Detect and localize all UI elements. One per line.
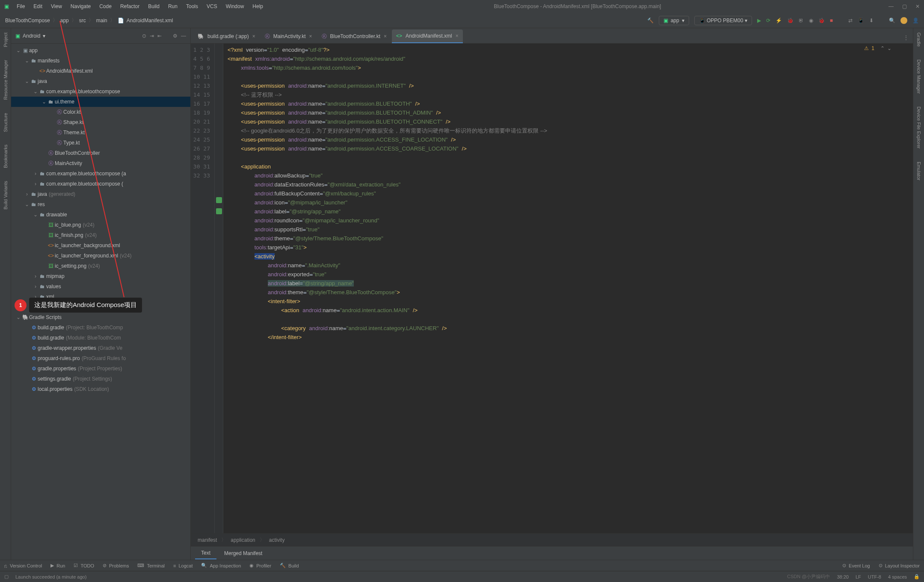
user-icon[interactable]: 👤	[912, 18, 919, 24]
ide-update-icon[interactable]	[900, 17, 907, 24]
chevron-down-icon[interactable]: ⌄	[41, 99, 47, 105]
menu-refactor[interactable]: Refactor	[117, 2, 143, 11]
menu-vcs[interactable]: VCS	[203, 2, 221, 11]
run-gutter-icon[interactable]	[216, 208, 222, 214]
menu-build[interactable]: Build	[145, 2, 163, 11]
tab-menu-icon[interactable]: ⋮	[899, 32, 913, 43]
close-tab-icon[interactable]: ×	[309, 33, 312, 39]
tree-node[interactable]: ⚙ gradle.properties(Project Properties)	[11, 363, 190, 374]
tool-tab-structure[interactable]: Structure	[3, 113, 8, 132]
coverage-icon[interactable]: ⛨	[799, 18, 804, 24]
chevron-right-icon[interactable]: ›	[33, 181, 38, 187]
tree-node[interactable]: Ⓚ Color.kt	[11, 107, 190, 117]
bottom-tool-build[interactable]: 🔨Build	[280, 563, 299, 568]
stop-icon[interactable]: ■	[830, 18, 833, 24]
tree-node[interactable]: ⌄▣ app	[11, 45, 190, 56]
chevron-right-icon[interactable]: ›	[33, 273, 38, 279]
chevron-down-icon[interactable]: ⌄	[15, 47, 21, 53]
tree-node[interactable]: ›🖿 values	[11, 281, 190, 292]
breadcrumb-item[interactable]: BlueToothCompose	[5, 18, 50, 24]
editor-tab[interactable]: <>AndroidManifest.xml×	[392, 30, 463, 43]
chevron-down-icon[interactable]: ⌄	[24, 78, 30, 84]
editor-tab[interactable]: ⓀMainActivity.kt×	[261, 30, 317, 43]
tree-node[interactable]: Ⓚ MainActivity	[11, 158, 190, 168]
tree-node[interactable]: ⚙ build.gradle(Module: BlueToothCom	[11, 333, 190, 343]
tool-window-toggle-icon[interactable]: ▢	[4, 574, 9, 579]
tool-tab-emulator[interactable]: Emulator	[916, 162, 921, 180]
tree-node[interactable]: ›🖿 com.example.bluetoothcompose (a	[11, 168, 190, 179]
gear-icon[interactable]: ⚙	[173, 33, 178, 39]
tree-node[interactable]: Ⓚ Theme.kt	[11, 127, 190, 138]
editor-breadcrumb[interactable]: manifest〉application〉activity	[191, 533, 913, 546]
tree-node[interactable]: ›🖿 com.example.bluetoothcompose (	[11, 179, 190, 189]
chevron-down-icon[interactable]: ⌄	[24, 201, 30, 207]
chevron-right-icon[interactable]: ›	[24, 191, 30, 197]
close-tab-icon[interactable]: ×	[456, 33, 459, 39]
file-encoding[interactable]: UTF-8	[868, 574, 881, 579]
menu-run[interactable]: Run	[165, 2, 181, 11]
breadcrumb-item[interactable]: main	[96, 18, 107, 24]
tool-tab-device-manager[interactable]: Device Manager	[916, 59, 921, 94]
tree-node[interactable]: ⌄🖿 com.example.bluetoothcompose	[11, 86, 190, 97]
expand-icon[interactable]: ⇥	[150, 33, 154, 39]
apply-changes-icon[interactable]: ⟳	[766, 18, 770, 24]
editor-breadcrumb-item[interactable]: activity	[269, 537, 285, 543]
select-opened-icon[interactable]: ⊙	[142, 33, 146, 39]
tree-node[interactable]: ⌄🖿 drawable	[11, 210, 190, 220]
device-selector[interactable]: 📱 OPPO PBEM00 ▾	[694, 16, 752, 25]
editor-breadcrumb-item[interactable]: manifest	[198, 537, 217, 543]
breadcrumb-item[interactable]: AndroidManifest.xml	[127, 18, 173, 24]
chevron-down-icon[interactable]: ⌄	[15, 314, 21, 320]
bottom-tool-run[interactable]: ▶Run	[50, 563, 65, 568]
tree-node[interactable]: ›🖿 mipmap	[11, 271, 190, 281]
chevron-down-icon[interactable]: ⌄	[33, 212, 38, 218]
attach-debugger-icon[interactable]: 🐞	[818, 18, 825, 24]
sub-tab[interactable]: Text	[195, 547, 216, 559]
bottom-tool-todo[interactable]: ☑TODO	[74, 563, 94, 568]
tool-tab-project[interactable]: Project	[3, 32, 8, 47]
maximize-icon[interactable]: ▢	[902, 3, 907, 9]
tree-node[interactable]: Ⓚ Type.kt	[11, 138, 190, 148]
tree-node[interactable]: 🖼 ic_finish.png(v24)	[11, 230, 190, 240]
editor-breadcrumb-item[interactable]: application	[231, 537, 255, 543]
tree-node[interactable]: ⚙ gradle-wrapper.properties(Gradle Ve	[11, 343, 190, 353]
line-separator[interactable]: LF	[856, 574, 861, 579]
menu-window[interactable]: Window	[222, 2, 248, 11]
menu-tools[interactable]: Tools	[183, 2, 201, 11]
debug-icon[interactable]: 🐞	[787, 18, 794, 24]
run-icon[interactable]: ▶	[757, 18, 761, 24]
editor-tab[interactable]: 🐘build.gradle (:app)×	[193, 30, 260, 43]
menu-view[interactable]: View	[47, 2, 65, 11]
code-editor[interactable]: <?xml version="1.0" encoding="utf-8"?> <…	[223, 44, 913, 533]
avd-icon[interactable]: 📱	[858, 18, 864, 24]
line-gutter[interactable]: 1 2 3 4 5 6 7 8 9 10 11 12 13 14 15 16 1…	[191, 44, 215, 533]
tool-tab-build-variants[interactable]: Build Variants	[3, 181, 8, 210]
close-icon[interactable]: ✕	[915, 3, 920, 9]
bottom-tool-problems[interactable]: ⊘Problems	[103, 563, 129, 568]
breadcrumb-item[interactable]: app	[60, 18, 69, 24]
tree-node[interactable]: ⌄🖿 ui.theme	[11, 97, 190, 107]
tool-tab-resource-manager[interactable]: Resource Manager	[3, 60, 8, 100]
menu-edit[interactable]: Edit	[30, 2, 46, 11]
sync-icon[interactable]: ⇄	[848, 18, 853, 24]
project-view-selector[interactable]: ▣ Android ▾	[15, 33, 45, 39]
run-gutter-icon[interactable]	[216, 197, 222, 203]
close-tab-icon[interactable]: ×	[252, 33, 255, 39]
editor-tab[interactable]: ⓀBlueToothController.kt×	[317, 30, 391, 43]
tree-node[interactable]: ⌄🖿 res	[11, 199, 190, 210]
tree-node[interactable]: ⌄🖿 manifests	[11, 56, 190, 66]
tree-node[interactable]: <> ic_launcher_foreground.xml(v24)	[11, 251, 190, 261]
hide-icon[interactable]: —	[181, 33, 186, 39]
tree-node[interactable]: 🖼 ic_blue.png(v24)	[11, 220, 190, 230]
tool-tab-bookmarks[interactable]: Bookmarks	[3, 145, 8, 168]
chevron-down-icon[interactable]: ⌄	[33, 89, 38, 95]
breadcrumb-item[interactable]: src	[79, 18, 86, 24]
chevron-down-icon[interactable]: ⌄	[24, 58, 30, 64]
code-area[interactable]: 1 2 3 4 5 6 7 8 9 10 11 12 13 14 15 16 1…	[191, 44, 913, 533]
indent-info[interactable]: 4 spaces	[888, 574, 907, 579]
tree-node[interactable]: ⚙ local.properties(SDK Location)	[11, 384, 190, 394]
next-icon[interactable]: ⌄	[887, 45, 891, 51]
chevron-right-icon[interactable]: ›	[33, 171, 38, 177]
tree-node[interactable]: ⚙ build.gradle(Project: BlueToothComp	[11, 322, 190, 333]
tree-node[interactable]: Ⓚ Shape.kt	[11, 117, 190, 127]
